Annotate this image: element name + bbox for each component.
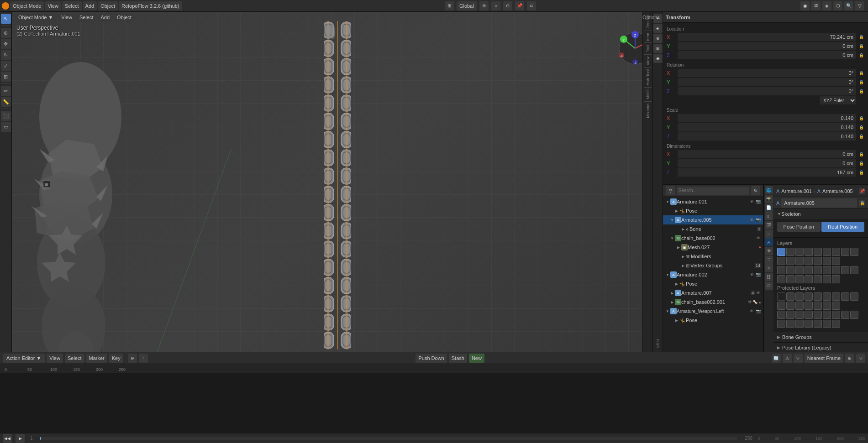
prot-layer-11[interactable] — [786, 302, 794, 310]
frame-back-btn[interactable]: ◀◀ — [3, 434, 12, 443]
action-marker-menu[interactable]: Marker — [86, 354, 107, 363]
viewport-options-btn[interactable]: Options — [642, 15, 660, 20]
measure-tool[interactable]: 📏 — [1, 97, 11, 107]
world-tab[interactable]: ○ — [765, 229, 773, 238]
action-select-menu[interactable]: Select — [65, 354, 84, 363]
scale-tool[interactable]: ⤢ — [1, 61, 11, 71]
add-cube-tool[interactable]: ⬛ — [1, 111, 11, 121]
tree-item-modifiers[interactable]: ▶ ⚒ Modifiers — [663, 252, 763, 261]
tree-item-armature007[interactable]: ▶ A Armature.007 4 👁 — [663, 288, 763, 297]
tree-item-chainbase002[interactable]: ▼ M chain_base002 👁 — [663, 234, 763, 243]
tree-item-armature005[interactable]: ▼ A Armature.005 👁 📷 — [663, 215, 763, 224]
object-menu[interactable]: Object — [98, 1, 118, 10]
loc-x-input[interactable] — [678, 33, 856, 41]
layer-22[interactable] — [823, 266, 831, 274]
action-extra-1[interactable]: ⊞ — [845, 354, 854, 363]
rotation-mode-select[interactable]: XYZ Euler — [820, 96, 856, 104]
output-tab[interactable]: 📄 — [765, 203, 773, 212]
eye-icon-chain002[interactable]: 👁 — [755, 235, 761, 241]
prot-layer-16[interactable] — [832, 302, 840, 310]
viewport-mode[interactable]: Object Mode ▼ — [15, 13, 57, 22]
action-filter[interactable]: ▽ — [794, 354, 803, 363]
tree-item-mesh027[interactable]: ▶ ▣ Mesh.027 ● — [663, 243, 763, 252]
vrm-tool-4[interactable]: ⊞ — [653, 44, 663, 53]
global-selector[interactable]: Global — [457, 1, 477, 10]
loc-y-input[interactable] — [678, 42, 856, 50]
scale-z-input[interactable] — [678, 132, 856, 141]
prot-layer-28[interactable] — [795, 320, 804, 328]
skeleton-header[interactable]: ▼ Skeleton — [773, 209, 868, 219]
move-tool[interactable]: ✥ — [1, 39, 11, 49]
stash-btn[interactable]: Stash — [449, 354, 467, 363]
object-props-tab[interactable]: □ — [765, 281, 773, 290]
action-add-btn[interactable]: + — [139, 354, 148, 363]
view-settings[interactable]: ◈ — [822, 1, 831, 10]
layer-29[interactable] — [805, 275, 813, 283]
bone-groups-header[interactable]: ▶ Bone Groups — [773, 332, 868, 342]
addon-menu[interactable]: RetopoFlow 3.2.6 (github) — [119, 1, 182, 10]
layer-23[interactable] — [832, 266, 840, 274]
scale-x-input[interactable] — [678, 114, 856, 122]
viewport[interactable]: Object Mode ▼ View Select Add Object Opt… — [12, 12, 663, 352]
loc-z-input[interactable] — [678, 51, 856, 59]
prot-layer-7[interactable] — [832, 292, 840, 301]
output-settings[interactable]: 🖥 — [811, 1, 821, 10]
camera-icon-arm005[interactable]: 📷 — [755, 217, 761, 223]
layer-9[interactable] — [850, 248, 858, 256]
viewport-add-menu[interactable]: Add — [98, 13, 113, 22]
prot-layer-13[interactable] — [805, 302, 813, 310]
transform-tool[interactable]: ⊞ — [1, 72, 11, 82]
layer-26[interactable] — [777, 275, 785, 283]
layer-7[interactable] — [832, 248, 840, 256]
pin-breadcrumb[interactable]: 📌 — [859, 188, 865, 194]
render-tab[interactable]: 📸 — [765, 195, 773, 203]
prot-layer-1[interactable] — [777, 292, 785, 301]
rot-y-input[interactable] — [678, 78, 856, 86]
snap-options[interactable]: ⊙ — [503, 1, 512, 10]
dim-y-input[interactable] — [678, 159, 856, 167]
snap-btn[interactable]: ⊕ — [479, 1, 489, 10]
prot-layer-27[interactable] — [786, 320, 794, 328]
prot-layer-20[interactable] — [805, 311, 813, 319]
scene-selector[interactable]: ⊞ — [445, 1, 454, 10]
prot-layer-12[interactable] — [795, 302, 804, 310]
rotate-tool[interactable]: ↻ — [1, 50, 11, 60]
filter-header[interactable]: ▽ — [855, 1, 864, 10]
layer-31[interactable] — [823, 275, 831, 283]
extra-tool[interactable]: ▭ — [1, 122, 11, 132]
layer-4[interactable] — [805, 248, 813, 256]
action-editor-type-btn[interactable]: Action Editor ▼ — [3, 354, 45, 363]
object-data-tab[interactable]: A — [765, 238, 773, 246]
viewport-select-menu[interactable]: Select — [77, 13, 96, 22]
new-action-btn[interactable]: New — [469, 354, 484, 363]
layer-18[interactable] — [786, 266, 794, 274]
timeline-scrubber[interactable] — [40, 437, 738, 440]
action-sync[interactable]: 🔄 — [772, 354, 781, 363]
eye-icon-arm005[interactable]: 👁 — [748, 217, 755, 223]
scene-tab[interactable]: 🌐 — [765, 186, 773, 194]
rot-x-input[interactable] — [678, 69, 856, 77]
search-header[interactable]: 🔍 — [844, 1, 853, 10]
vrm-tool-5[interactable]: ◉ — [653, 54, 663, 63]
extra-btn1[interactable]: ⊂ — [527, 1, 536, 10]
modifier-tab[interactable]: ⚒ — [765, 247, 773, 255]
tree-item-bone1[interactable]: ▶ ⋄ Bone 3 — [663, 224, 763, 234]
layer-12[interactable] — [795, 257, 804, 265]
scale-y-input[interactable] — [678, 123, 856, 131]
add-menu[interactable]: Add — [83, 1, 97, 10]
outliner-search-input[interactable] — [677, 187, 749, 195]
pose-position-btn[interactable]: Pose Position — [777, 222, 821, 232]
prot-layer-23[interactable] — [832, 311, 840, 319]
prot-layer-29[interactable] — [805, 320, 813, 328]
layer-19[interactable] — [795, 266, 804, 274]
eye-icon-armweapon[interactable]: 👁 — [748, 308, 755, 314]
layer-3[interactable] — [795, 248, 804, 256]
dim-x-input[interactable] — [678, 150, 856, 158]
action-settings-1[interactable]: ⊕ — [128, 354, 137, 363]
prot-layer-10[interactable] — [777, 302, 785, 310]
layer-11[interactable] — [786, 257, 794, 265]
layer-25[interactable] — [850, 266, 858, 274]
outliner-filter-btn[interactable]: ▽ — [666, 186, 675, 195]
annotate-tool[interactable]: ✏ — [1, 86, 11, 96]
prot-layer-9[interactable] — [850, 292, 858, 301]
